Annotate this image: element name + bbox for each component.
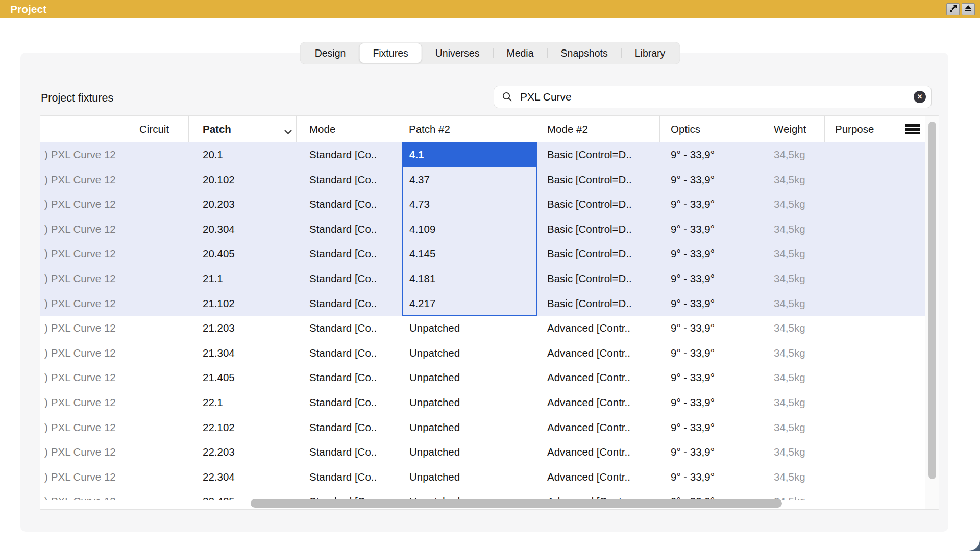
table-row[interactable]: )PXL Curve 1220.102Standard [Co..4.37Bas… — [40, 167, 925, 192]
mode-cell[interactable]: Standard [Co.. — [309, 217, 377, 242]
mode2-cell[interactable]: Basic [Control=D.. — [547, 192, 632, 217]
col-header-patch[interactable]: Patch — [203, 116, 231, 142]
mode-cell[interactable]: Standard [Co.. — [309, 266, 377, 291]
mode2-cell[interactable]: Basic [Control=D.. — [547, 167, 632, 192]
search-input[interactable] — [519, 90, 914, 104]
mode2-cell[interactable]: Basic [Control=D.. — [547, 217, 632, 242]
mode2-cell[interactable]: Basic [Control=D.. — [547, 291, 632, 316]
patch-cell[interactable]: 22.304 — [203, 465, 235, 490]
mode-cell[interactable]: Standard [Co.. — [309, 341, 377, 366]
patch-cell[interactable]: 20.405 — [203, 241, 235, 266]
patch2-cell[interactable]: 4.109 — [409, 217, 435, 242]
patch2-cell[interactable]: Unpatched — [409, 316, 460, 341]
patch2-cell[interactable]: 4.145 — [409, 241, 435, 266]
patch-cell[interactable]: 22.203 — [203, 440, 235, 465]
mode2-cell[interactable]: Advanced [Contr.. — [547, 440, 630, 465]
col-header-weight[interactable]: Weight — [774, 116, 806, 142]
col-header-circuit[interactable]: Circuit — [139, 116, 169, 142]
patch-cell[interactable]: 20.102 — [203, 167, 235, 192]
pop-out-button[interactable] — [946, 3, 960, 15]
column-divider[interactable] — [188, 116, 189, 142]
patch2-cell[interactable]: Unpatched — [409, 440, 460, 465]
patch2-cell[interactable]: Unpatched — [409, 390, 460, 415]
mode-cell[interactable]: Standard [Co.. — [309, 365, 377, 390]
mode2-cell[interactable]: Advanced [Contr.. — [547, 316, 630, 341]
patch2-cell[interactable]: Unpatched — [409, 465, 460, 490]
column-divider[interactable] — [129, 116, 129, 142]
patch2-cell[interactable]: Unpatched — [409, 341, 460, 366]
table-row[interactable]: )PXL Curve 1222.203Standard [Co..Unpatch… — [40, 440, 925, 465]
table-row[interactable]: )PXL Curve 1222.304Standard [Co..Unpatch… — [40, 465, 925, 490]
mode-cell[interactable]: Standard [Co.. — [309, 465, 377, 490]
mode-cell[interactable]: Standard [Co.. — [309, 192, 377, 217]
column-divider[interactable] — [763, 116, 763, 142]
patch-cell[interactable]: 20.304 — [203, 217, 235, 242]
patch2-cell[interactable]: 4.1 — [409, 142, 424, 167]
table-row[interactable]: )PXL Curve 1220.304Standard [Co..4.109Ba… — [40, 217, 925, 242]
patch-cell[interactable]: 20.1 — [203, 142, 223, 167]
column-divider[interactable] — [824, 116, 825, 142]
mode2-cell[interactable]: Basic [Control=D.. — [547, 266, 632, 291]
patch-cell[interactable]: 20.203 — [203, 192, 235, 217]
mode2-cell[interactable]: Advanced [Contr.. — [547, 465, 630, 490]
mode2-cell[interactable]: Advanced [Contr.. — [547, 390, 630, 415]
column-divider[interactable] — [659, 116, 660, 142]
table-row[interactable]: )PXL Curve 1222.102Standard [Co..Unpatch… — [40, 415, 925, 440]
patch2-cell[interactable]: Unpatched — [409, 415, 460, 440]
tab-snapshots[interactable]: Snapshots — [548, 43, 621, 63]
window-titlebar[interactable]: Project — [0, 0, 980, 18]
mode-cell[interactable]: Standard [Co.. — [309, 142, 377, 167]
col-header-purpose[interactable]: Purpose — [835, 116, 874, 142]
vertical-scrollbar-thumb[interactable] — [928, 122, 936, 479]
hamburger-icon[interactable] — [905, 124, 920, 134]
tab-library[interactable]: Library — [622, 43, 679, 63]
table-row[interactable]: )PXL Curve 1221.203Standard [Co..Unpatch… — [40, 316, 925, 341]
mode-cell[interactable]: Standard [Co.. — [309, 167, 377, 192]
col-header-mode2[interactable]: Mode #2 — [547, 116, 588, 142]
col-header-patch2[interactable]: Patch #2 — [409, 116, 450, 142]
table-row[interactable]: )PXL Curve 1221.102Standard [Co..4.217Ba… — [40, 291, 925, 316]
patch2-cell[interactable]: 4.181 — [409, 266, 435, 291]
patch-cell[interactable]: 21.1 — [203, 266, 223, 291]
patch-cell[interactable]: 21.304 — [203, 341, 235, 366]
patch2-cell[interactable]: 4.73 — [409, 192, 430, 217]
mode-cell[interactable]: Standard [Co.. — [309, 291, 377, 316]
mode-cell[interactable]: Standard [Co.. — [309, 241, 377, 266]
patch2-cell[interactable]: 4.37 — [409, 167, 430, 192]
mode2-cell[interactable]: Advanced [Contr.. — [547, 341, 630, 366]
collapse-button[interactable] — [962, 3, 975, 15]
mode2-cell[interactable]: Advanced [Contr.. — [547, 365, 630, 390]
mode-cell[interactable]: Standard [Co.. — [309, 390, 377, 415]
tab-media[interactable]: Media — [493, 43, 547, 63]
patch-cell[interactable]: 21.102 — [203, 291, 235, 316]
mode2-cell[interactable]: Basic [Control=D.. — [547, 241, 632, 266]
table-row[interactable]: )PXL Curve 1221.304Standard [Co..Unpatch… — [40, 341, 925, 366]
column-divider[interactable] — [402, 116, 402, 142]
tab-fixtures[interactable]: Fixtures — [359, 43, 421, 63]
patch2-cell[interactable]: 4.217 — [409, 291, 435, 316]
vertical-scrollbar[interactable] — [925, 116, 939, 509]
column-divider[interactable] — [296, 116, 297, 142]
col-header-mode[interactable]: Mode — [309, 116, 335, 142]
col-header-optics[interactable]: Optics — [671, 116, 700, 142]
patch-cell[interactable]: 22.405 — [203, 489, 235, 500]
patch-cell[interactable]: 22.102 — [203, 415, 235, 440]
mode2-cell[interactable]: Basic [Control=D.. — [547, 142, 632, 167]
mode-cell[interactable]: Standard [Co.. — [309, 415, 377, 440]
x-circle-icon[interactable]: ✕ — [914, 91, 926, 103]
table-row[interactable]: )PXL Curve 1222.1Standard [Co..Unpatched… — [40, 390, 925, 415]
tab-design[interactable]: Design — [302, 43, 359, 63]
table-row[interactable]: )PXL Curve 1221.405Standard [Co..Unpatch… — [40, 365, 925, 390]
patch-cell[interactable]: 22.1 — [203, 390, 223, 415]
patch-cell[interactable]: 21.203 — [203, 316, 235, 341]
patch2-cell[interactable]: Unpatched — [409, 365, 460, 390]
table-row[interactable]: )PXL Curve 1220.405Standard [Co..4.145Ba… — [40, 241, 925, 266]
table-row[interactable]: )PXL Curve 1220.203Standard [Co..4.73Bas… — [40, 192, 925, 217]
patch-cell[interactable]: 21.405 — [203, 365, 235, 390]
table-row[interactable]: )PXL Curve 1221.1Standard [Co..4.181Basi… — [40, 266, 925, 291]
column-divider[interactable] — [537, 116, 537, 142]
mode-cell[interactable]: Standard [Co.. — [309, 440, 377, 465]
mode-cell[interactable]: Standard [Co.. — [309, 316, 377, 341]
table-row[interactable]: )PXL Curve 1220.1Standard [Co..4.1Basic … — [40, 142, 925, 167]
horizontal-scrollbar-thumb[interactable] — [251, 499, 782, 508]
